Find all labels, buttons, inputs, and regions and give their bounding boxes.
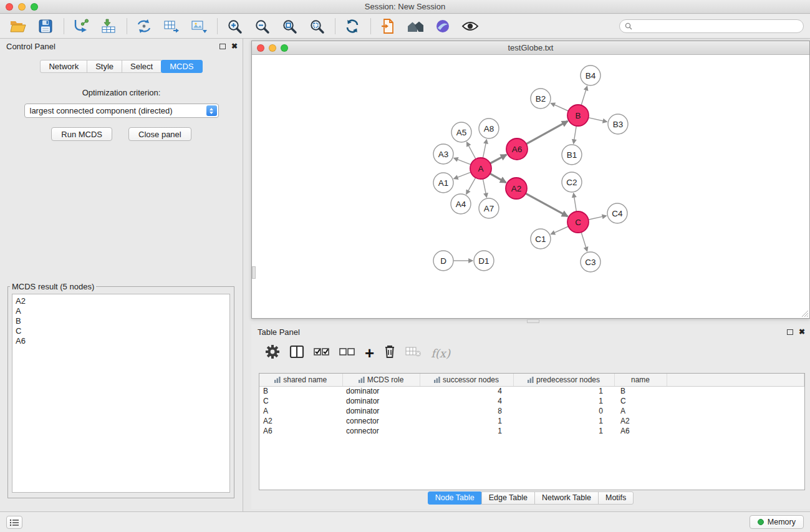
network-window-titlebar[interactable]: testGlobe.txt	[252, 41, 809, 55]
table-row[interactable]: Adominator80A	[259, 406, 804, 416]
table-export-icon[interactable]	[161, 16, 182, 36]
table-cell[interactable]: 8	[420, 406, 513, 416]
import-table-icon[interactable]	[98, 16, 119, 36]
graph-node-A1[interactable]: A1	[433, 173, 453, 193]
eye-icon[interactable]	[460, 16, 481, 36]
graph-node-D[interactable]: D	[433, 251, 453, 271]
refresh-icon[interactable]	[342, 16, 363, 36]
table-cell[interactable]: B	[614, 386, 667, 396]
graph-node-C1[interactable]: C1	[531, 229, 551, 249]
graph-node-C[interactable]: C	[567, 211, 589, 233]
table-cell[interactable]: connector	[342, 416, 420, 426]
tab-motifs[interactable]: Motifs	[598, 491, 634, 505]
table-cell[interactable]: A	[614, 406, 667, 416]
table-row[interactable]: Bdominator41B	[259, 386, 804, 396]
column-layout-icon[interactable]	[289, 345, 304, 361]
tab-network-table[interactable]: Network Table	[534, 491, 599, 505]
column-header-name[interactable]: name	[614, 374, 667, 386]
close-panel-button[interactable]: Close panel	[128, 127, 191, 141]
graph-edge-A2-C[interactable]	[526, 193, 567, 216]
home-icon[interactable]	[405, 16, 426, 36]
table-cell[interactable]: dominator	[342, 386, 420, 396]
select-all-icon[interactable]	[314, 346, 330, 360]
table-cell[interactable]: 4	[420, 396, 513, 406]
table-cell[interactable]: dominator	[342, 406, 420, 416]
zoom-selected-icon[interactable]	[306, 16, 327, 36]
table-cell[interactable]: 1	[513, 396, 614, 406]
graph-node-A6[interactable]: A6	[506, 138, 528, 160]
graph-edge-A-A5[interactable]	[467, 142, 476, 159]
import-network-icon[interactable]	[70, 16, 92, 36]
table-cell[interactable]: dominator	[342, 396, 420, 406]
graph-node-A7[interactable]: A7	[479, 198, 499, 218]
graph-node-C4[interactable]: C4	[607, 203, 627, 223]
network-canvas[interactable]: B4B2BB3A5A8A6A3AB1A1A2C2A4A7C4CC1DD1C3	[252, 56, 809, 318]
table-row[interactable]: Cdominator41C	[259, 396, 804, 406]
tab-select[interactable]: Select	[122, 60, 162, 73]
graph-edge-C-C2[interactable]	[574, 193, 577, 211]
column-header-predecessor-nodes[interactable]: predecessor nodes	[513, 374, 614, 386]
splitter-handle-horizontal[interactable]	[527, 319, 539, 323]
table-row[interactable]: A2connector11A2	[259, 416, 804, 426]
graph-node-C3[interactable]: C3	[581, 252, 600, 272]
result-item[interactable]: A2	[12, 296, 229, 306]
table-cell[interactable]: 1	[513, 416, 614, 426]
memory-button[interactable]: Memory	[750, 515, 804, 529]
deselect-all-icon[interactable]	[339, 346, 355, 360]
graph-node-B1[interactable]: B1	[562, 145, 582, 165]
maximize-network-window-button[interactable]	[281, 44, 288, 52]
table-cell[interactable]: A2	[614, 416, 667, 426]
graph-edge-A-A6[interactable]	[490, 155, 506, 163]
close-table-panel-icon[interactable]: ✖	[799, 328, 805, 336]
style-brush-icon[interactable]	[432, 16, 453, 36]
column-header-mcds-role[interactable]: MCDS role	[342, 374, 420, 386]
graph-edge-A6-B[interactable]	[526, 121, 568, 144]
table-cell[interactable]: C	[259, 396, 342, 406]
tab-edge-table[interactable]: Edge Table	[481, 491, 535, 505]
table-cell[interactable]: 1	[420, 416, 513, 426]
graph-edge-B-B4[interactable]	[581, 86, 587, 105]
function-builder-icon[interactable]: f(x)	[431, 347, 450, 360]
graph-edge-C-C4[interactable]	[589, 216, 607, 220]
graph-node-A4[interactable]: A4	[451, 194, 471, 214]
result-item[interactable]: C	[12, 326, 229, 336]
graph-edge-C-C1[interactable]	[551, 226, 568, 235]
search-input[interactable]	[635, 22, 798, 31]
graph-edge-A-A1[interactable]	[454, 172, 471, 179]
graph-edge-A-A3[interactable]	[454, 158, 471, 165]
optimization-criterion-dropdown[interactable]: largest connected component (directed)	[24, 104, 219, 118]
close-network-window-button[interactable]	[257, 44, 264, 52]
graph-node-C2[interactable]: C2	[562, 172, 582, 192]
network-sync-icon[interactable]	[133, 16, 155, 36]
graph-edge-A-A4[interactable]	[466, 178, 476, 195]
column-header-successor-nodes[interactable]: successor nodes	[420, 374, 513, 386]
minimize-window-button[interactable]	[18, 3, 26, 11]
delete-row-icon[interactable]	[383, 344, 396, 362]
float-panel-icon[interactable]	[219, 44, 226, 49]
table-cell[interactable]: A2	[259, 416, 342, 426]
tab-node-table[interactable]: Node Table	[428, 491, 482, 505]
add-row-icon[interactable]: +	[365, 346, 374, 360]
result-item[interactable]: A	[12, 306, 229, 316]
table-cell[interactable]: B	[259, 386, 342, 396]
table-cell[interactable]: A	[259, 406, 342, 416]
table-cell[interactable]: 1	[420, 426, 513, 436]
result-item[interactable]: B	[12, 316, 229, 326]
settings-gear-icon[interactable]	[265, 344, 280, 362]
close-panel-icon[interactable]: ✖	[231, 42, 238, 50]
graph-node-A5[interactable]: A5	[451, 122, 471, 142]
graph-edge-C-C3[interactable]	[581, 232, 587, 251]
document-import-icon[interactable]	[377, 16, 398, 36]
result-item[interactable]: A6	[12, 336, 229, 346]
table-cell[interactable]: 1	[513, 426, 614, 436]
graph-edge-B-B2[interactable]	[551, 103, 568, 111]
table-cell[interactable]: 4	[420, 386, 513, 396]
graph-node-D1[interactable]: D1	[474, 251, 494, 271]
table-cell[interactable]: A6	[614, 426, 667, 436]
graph-node-A[interactable]: A	[470, 158, 491, 179]
image-export-icon[interactable]	[188, 16, 210, 36]
tab-mcds[interactable]: MCDS	[161, 60, 202, 73]
table-cell[interactable]: C	[614, 396, 667, 406]
graph-edge-B-B1[interactable]	[574, 126, 577, 143]
graph-node-B3[interactable]: B3	[608, 114, 628, 134]
